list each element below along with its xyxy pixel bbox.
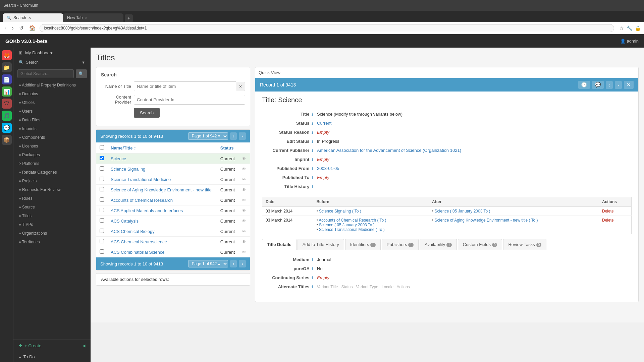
qv-prev-button[interactable]: ‹ xyxy=(606,81,613,89)
table-row[interactable]: ACS Applied Materials and Interfaces Cur… xyxy=(96,205,250,216)
publisher-link[interactable]: American Association for the Advancement… xyxy=(317,148,461,153)
sidebar-dashboard[interactable]: ⊞ My Dashboard xyxy=(13,48,91,58)
new-tab-button[interactable]: + xyxy=(125,14,133,22)
tab-newtab-close-icon[interactable]: ✕ xyxy=(85,16,88,20)
bottom-prev-page-button[interactable]: ‹ xyxy=(230,260,237,267)
row-title-link[interactable]: ACS Catalysis xyxy=(111,219,139,224)
table-row[interactable]: Accounts of Chemical Research Current 👁 xyxy=(96,195,250,205)
table-row[interactable]: ACS Chemical Biology Current 👁 xyxy=(96,226,250,237)
ext-icon1[interactable]: 🔧 xyxy=(627,25,632,31)
alt-titles-info-icon[interactable]: ℹ xyxy=(312,285,313,289)
history-delete-link[interactable]: Delete xyxy=(602,218,614,223)
bottom-next-page-button[interactable]: › xyxy=(239,260,246,267)
os-icon-8[interactable]: 📦 xyxy=(2,135,12,145)
history-after-link[interactable]: Science ( 05 January 2003 To ) xyxy=(435,209,490,214)
forward-button[interactable]: › xyxy=(10,25,15,31)
table-row[interactable]: ACS Combinatorial Science Current 👁 xyxy=(96,247,250,257)
pub-from-link[interactable]: 2003-01-05 xyxy=(317,166,339,171)
medium-info-icon[interactable]: ℹ xyxy=(312,258,313,262)
row-checkbox[interactable] xyxy=(100,218,104,223)
sidebar-search-toggle[interactable]: 🔍 Search ▼ xyxy=(13,58,91,67)
sidebar-item-rules[interactable]: » Rules xyxy=(13,194,91,203)
pub-from-info-icon[interactable]: ℹ xyxy=(312,167,313,171)
qv-tab-add-to-title-history[interactable]: Add to Title History xyxy=(298,239,344,250)
row-checkbox[interactable] xyxy=(100,208,104,212)
row-eye-icon[interactable]: 👁 xyxy=(242,250,246,255)
next-page-button[interactable]: › xyxy=(239,132,246,140)
sidebar-item-users[interactable]: » Users xyxy=(13,107,91,116)
pureoa-info-icon[interactable]: ℹ xyxy=(312,267,313,271)
os-icon-6[interactable]: 🎵 xyxy=(2,111,12,121)
sidebar-item-packages[interactable]: » Packages xyxy=(13,150,91,159)
history-before-link[interactable]: Science ( 05 January 2003 To ) xyxy=(319,223,375,227)
row-checkbox[interactable] xyxy=(100,166,104,171)
history-after-link[interactable]: Science of Aging Knowledge Environment -… xyxy=(435,218,538,223)
sidebar-item-components[interactable]: » Components xyxy=(13,133,91,142)
row-title-link[interactable]: ACS Chemical Biology xyxy=(111,229,155,234)
row-eye-icon[interactable]: 👁 xyxy=(242,167,246,172)
history-before-link[interactable]: Science Translational Medicine ( To ) xyxy=(319,227,385,232)
sidebar-item-refdata[interactable]: » Refdata Categories xyxy=(13,168,91,177)
row-eye-icon[interactable]: 👁 xyxy=(242,177,246,182)
row-title-link[interactable]: ACS Applied Materials and Interfaces xyxy=(111,208,183,213)
sidebar-item-titles[interactable]: » Titles xyxy=(13,212,91,220)
bookmark-icon[interactable]: ☆ xyxy=(620,25,624,31)
publisher-info-icon[interactable]: ℹ xyxy=(312,148,313,153)
name-clear-button[interactable]: ✕ xyxy=(236,82,245,91)
row-checkbox[interactable] xyxy=(100,249,104,254)
sidebar-item-platforms[interactable]: > Platforms xyxy=(13,159,91,168)
os-icon-5[interactable]: 🛡 xyxy=(2,99,12,109)
qv-next-button[interactable]: › xyxy=(615,81,622,89)
qv-tab-availability[interactable]: Availability1 xyxy=(420,239,457,250)
row-eye-icon[interactable]: 👁 xyxy=(242,198,246,203)
table-row[interactable]: ACS Catalysis Current 👁 xyxy=(96,216,250,226)
content-provider-input[interactable] xyxy=(134,95,245,105)
global-search-button[interactable]: 🔍 xyxy=(76,69,87,78)
edit-status-info-icon[interactable]: ℹ xyxy=(312,139,313,143)
sidebar-todo[interactable]: ≡ To Do xyxy=(13,352,91,362)
row-title-link[interactable]: ACS Chemical Neuroscience xyxy=(111,239,167,244)
row-eye-icon[interactable]: 👁 xyxy=(242,187,246,192)
os-icon-1[interactable]: 🦊 xyxy=(2,50,12,60)
history-delete-link[interactable]: Delete xyxy=(602,209,614,214)
sidebar-item-domains[interactable]: » Domains xyxy=(13,89,91,98)
name-col-header[interactable]: Name/Title ↕ xyxy=(107,142,217,154)
row-title-link[interactable]: ACS Combinatorial Science xyxy=(111,250,164,255)
continuing-info-icon[interactable]: ℹ xyxy=(312,276,313,280)
qv-tab-identifiers[interactable]: Identifiers1 xyxy=(345,239,381,250)
row-checkbox[interactable] xyxy=(100,187,104,191)
global-search-input[interactable] xyxy=(17,69,74,78)
row-checkbox[interactable] xyxy=(100,229,104,233)
row-checkbox[interactable] xyxy=(100,239,104,243)
status-info-icon[interactable]: ℹ xyxy=(312,121,313,125)
sidebar-item-requests[interactable]: » Requests For Review xyxy=(13,185,91,194)
qv-tab-publishers[interactable]: Publishers1 xyxy=(382,239,419,250)
table-row[interactable]: Science Translational Medicine Current 👁 xyxy=(96,174,250,185)
title-info-icon[interactable]: ℹ xyxy=(312,112,313,116)
os-icon-4[interactable]: 📊 xyxy=(2,86,12,97)
os-icon-3[interactable]: 📄 xyxy=(2,74,12,84)
table-row[interactable]: Science of Aging Knowledge Environment -… xyxy=(96,185,250,195)
row-checkbox[interactable] xyxy=(100,177,104,181)
imprint-info-icon[interactable]: ℹ xyxy=(312,158,313,162)
history-before-link[interactable]: Accounts of Chemical Research ( To ) xyxy=(319,218,386,223)
history-before-link[interactable]: Science Signaling ( To ) xyxy=(319,209,361,214)
row-checkbox[interactable] xyxy=(100,197,104,202)
row-title-link[interactable]: Science Signaling xyxy=(111,167,145,172)
os-icon-2[interactable]: 📁 xyxy=(2,62,12,72)
sidebar-item-offices[interactable]: » Offices xyxy=(13,98,91,107)
qv-tab-custom-fields[interactable]: Custom Fields0 xyxy=(458,239,502,250)
qv-close-button[interactable]: ✕ xyxy=(624,81,634,89)
sidebar-item-source[interactable]: » Source xyxy=(13,203,91,212)
sidebar-item-data-files[interactable]: » Data Files xyxy=(13,116,91,124)
row-eye-icon[interactable]: 👁 xyxy=(242,208,246,213)
url-input[interactable] xyxy=(40,24,614,32)
row-eye-icon[interactable]: 👁 xyxy=(242,239,246,244)
table-row[interactable]: Science Current 👁 xyxy=(96,154,250,164)
row-eye-icon[interactable]: 👁 xyxy=(242,156,246,161)
row-title-link[interactable]: Science xyxy=(111,156,126,161)
qv-comment-button[interactable]: 💬 xyxy=(592,81,604,89)
os-icon-7[interactable]: 💬 xyxy=(2,123,12,133)
table-row[interactable]: Science Signaling Current 👁 xyxy=(96,164,250,174)
row-title-link[interactable]: Accounts of Chemical Research xyxy=(111,198,173,203)
